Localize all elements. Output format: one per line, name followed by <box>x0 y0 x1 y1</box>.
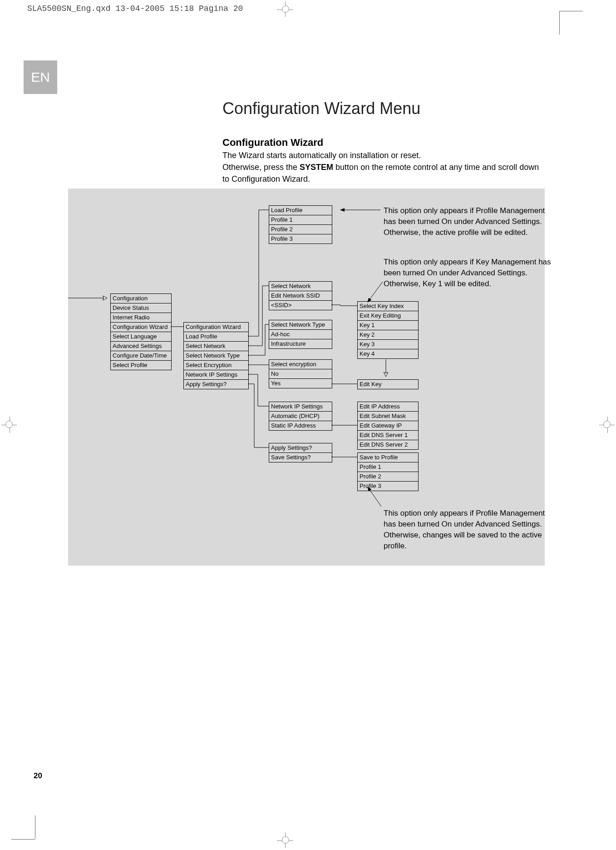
section-heading: Configuration Wizard <box>222 137 323 149</box>
reg-mark <box>603 421 611 428</box>
menu-cell: Apply Settings? <box>183 379 249 389</box>
menu-cell: Save to Profile <box>357 452 419 462</box>
note-key-mgmt: This option only appears if Key Manageme… <box>384 257 552 289</box>
menu-cell: Edit Gateway IP <box>357 421 419 431</box>
menu-cell: Static IP Address <box>269 421 332 431</box>
menu-cell: Device Status <box>110 303 172 313</box>
menu-cell: Load Profile <box>269 205 332 215</box>
note-save-profile: This option only appears if Profile Mana… <box>384 508 552 552</box>
language-tab: EN <box>24 60 57 94</box>
note-load-profile: This option only appears if Profile Mana… <box>384 205 552 238</box>
crop-mark <box>11 839 35 840</box>
menu-cell: Profile 1 <box>269 215 332 225</box>
intro-line-1: The Wizard starts automatically on insta… <box>222 151 421 160</box>
menu-cell: Profile 3 <box>357 481 419 491</box>
crop-mark <box>559 11 560 35</box>
crop-mark <box>559 11 583 11</box>
menu-cell: Profile 1 <box>357 462 419 472</box>
menu-cell: Select Network <box>183 341 249 351</box>
menu-cell: Edit Network SSID <box>269 291 332 301</box>
menu-cell: Edit Subnet Mask <box>357 411 419 421</box>
reg-mark <box>282 5 289 13</box>
menu-cell: Exit Key Editing <box>357 311 419 321</box>
qxd-header: SLA5500SN_Eng.qxd 13-04-2005 15:18 Pagin… <box>27 4 243 13</box>
menu-cell: Apply Settings? <box>269 443 332 453</box>
menu-cell: Select Network <box>269 281 332 291</box>
system-word: SYSTEM <box>300 163 333 172</box>
menu-cell: Select Encryption <box>183 360 249 370</box>
crop-mark <box>35 815 35 839</box>
menu-cell: No <box>269 369 332 379</box>
menu-cell: Automatic (DHCP) <box>269 411 332 421</box>
intro-line-2a: Otherwise, press the <box>222 163 300 172</box>
menu-cell: Load Profile <box>183 332 249 342</box>
menu-cell: Select Key Index <box>357 301 419 311</box>
intro-text: The Wizard starts automatically on insta… <box>222 149 540 185</box>
menu-cell: Configure Date/Time <box>110 351 172 361</box>
menu-cell: Yes <box>269 378 332 388</box>
reg-mark <box>282 836 289 844</box>
menu-cell: Select Profile <box>110 360 172 370</box>
menu-cell: Select Network Type <box>183 351 249 361</box>
page-root: SLA5500SN_Eng.qxd 13-04-2005 15:18 Pagin… <box>0 0 616 850</box>
menu-cell: Select Network Type <box>269 320 332 330</box>
menu-cell: <SSID> <box>269 300 332 310</box>
menu-cell: Key 4 <box>357 349 419 359</box>
menu-cell: Edit DNS Server 1 <box>357 430 419 440</box>
menu-cell: Key 3 <box>357 339 419 349</box>
menu-cell: Configuration <box>110 293 172 303</box>
menu-cell: Select Language <box>110 332 172 342</box>
page-number: 20 <box>34 771 42 780</box>
menu-cell: Configuration Wizard <box>110 322 172 332</box>
reg-mark <box>5 421 13 428</box>
menu-cell: Edit IP Address <box>357 402 419 412</box>
menu-cell: Key 1 <box>357 320 419 330</box>
page-title: Configuration Wizard Menu <box>222 99 420 118</box>
menu-cell: Ad-hoc <box>269 329 332 339</box>
menu-cell: Key 2 <box>357 330 419 340</box>
menu-cell: Advanced Settings <box>110 341 172 351</box>
menu-cell: Edit DNS Server 2 <box>357 440 419 450</box>
flow-diagram: This option only appears if Profile Mana… <box>68 189 545 566</box>
menu-cell: Configuration Wizard <box>183 322 249 332</box>
menu-cell: Network IP Settings <box>269 402 332 412</box>
menu-cell: Internet Radio <box>110 313 172 323</box>
menu-cell: Save Settings? <box>269 452 332 462</box>
menu-cell: Profile 2 <box>357 472 419 482</box>
menu-cell: Edit Key <box>357 379 419 389</box>
menu-cell: Select encryption <box>269 359 332 369</box>
menu-cell: Infrastructure <box>269 339 332 349</box>
menu-cell: Profile 2 <box>269 224 332 234</box>
menu-cell: Profile 3 <box>269 234 332 244</box>
menu-cell: Network IP Settings <box>183 370 249 380</box>
